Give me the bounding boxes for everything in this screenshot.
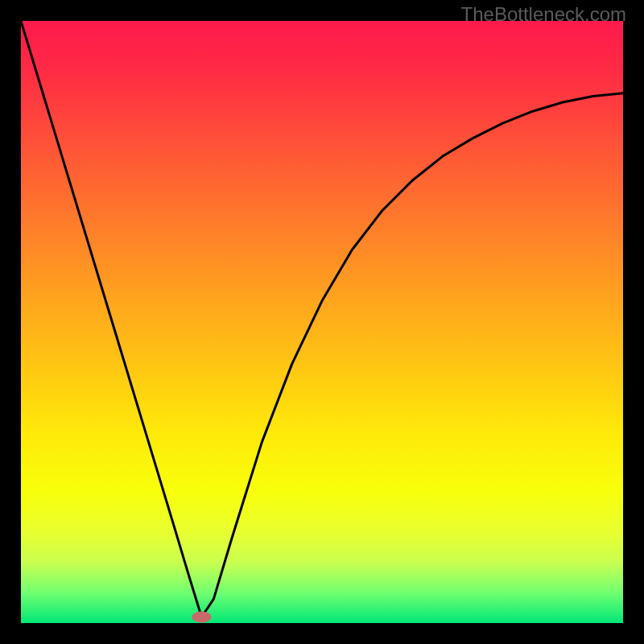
chart-container: TheBottleneck.com [0,0,644,644]
bottleneck-curve [21,21,623,617]
watermark-text: TheBottleneck.com [461,3,626,26]
curve-layer [21,21,623,623]
optimum-marker [192,612,211,623]
